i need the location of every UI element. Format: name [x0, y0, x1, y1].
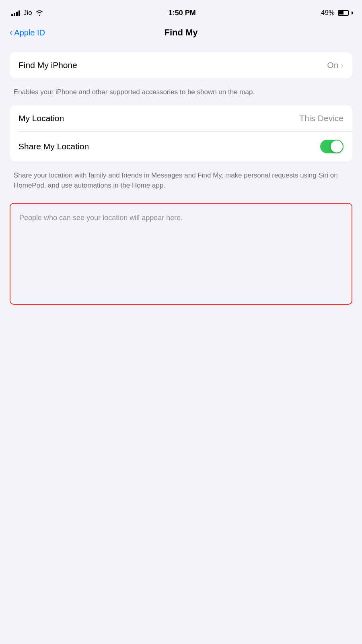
- my-location-label: My Location: [19, 114, 64, 123]
- status-time: 1:50 PM: [169, 9, 196, 17]
- battery-percentage: 49%: [321, 9, 335, 17]
- share-my-location-label: Share My Location: [19, 142, 89, 151]
- find-my-iphone-card[interactable]: Find My iPhone On ›: [10, 52, 352, 78]
- nav-header: ‹ Apple ID Find My: [0, 24, 362, 44]
- back-button[interactable]: ‹ Apple ID: [10, 28, 45, 37]
- page-title: Find My: [164, 27, 197, 38]
- find-my-iphone-value: On: [327, 60, 338, 70]
- location-card: My Location This Device Share My Locatio…: [10, 105, 352, 161]
- status-bar: Jio 1:50 PM 49%: [0, 0, 362, 24]
- people-location-box: People who can see your location will ap…: [10, 203, 352, 305]
- status-right: 49%: [321, 9, 351, 17]
- battery-icon: [338, 10, 351, 16]
- chevron-right-icon: ›: [341, 61, 343, 70]
- wifi-icon: [35, 10, 43, 16]
- my-location-row: My Location This Device: [10, 105, 352, 131]
- share-location-description: Share your location with family and frie…: [10, 166, 352, 199]
- toggle-knob: [331, 140, 343, 153]
- find-my-iphone-value-group: On ›: [327, 60, 343, 70]
- my-location-value: This Device: [299, 114, 343, 123]
- share-my-location-toggle[interactable]: [320, 140, 343, 153]
- back-chevron-icon: ‹: [10, 28, 12, 37]
- people-location-text: People who can see your location will ap…: [19, 214, 183, 222]
- my-location-value-group: This Device: [299, 114, 343, 123]
- find-my-iphone-label: Find My iPhone: [19, 60, 77, 70]
- signal-icon: [11, 10, 20, 16]
- carrier-name: Jio: [23, 9, 32, 17]
- share-my-location-row[interactable]: Share My Location: [10, 132, 352, 161]
- back-label: Apple ID: [14, 28, 45, 37]
- content: Find My iPhone On › Enables your iPhone …: [0, 44, 362, 305]
- find-my-iphone-row[interactable]: Find My iPhone On ›: [10, 52, 352, 78]
- find-my-iphone-description: Enables your iPhone and other supported …: [10, 83, 352, 105]
- status-left: Jio: [11, 9, 43, 17]
